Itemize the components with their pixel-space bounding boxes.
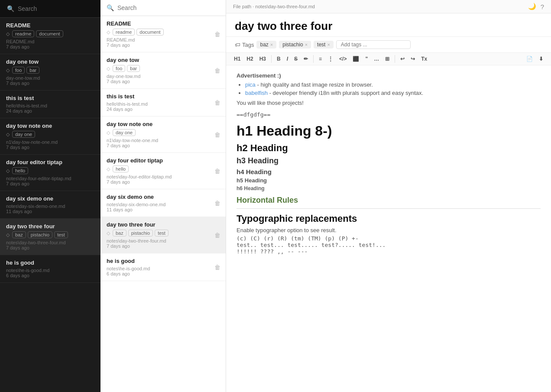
middle-item-path-6: notes\day-two-three-four.md — [107, 238, 220, 243]
sidebar-item-date-1: 7 days ago — [6, 81, 94, 86]
delete-button-7[interactable]: 🗑 — [214, 264, 220, 271]
toolbar-strikethrough[interactable]: S — [292, 55, 300, 63]
h3-heading: h3 Heading — [237, 156, 541, 165]
delete-button-4[interactable]: 🗑 — [214, 168, 220, 175]
add-tag-input[interactable] — [336, 40, 411, 49]
editor-tag-remove-1[interactable]: × — [305, 42, 308, 47]
delete-button-6[interactable]: 🗑 — [214, 232, 220, 239]
tag-badge-3: day one — [12, 131, 35, 138]
delete-button-2[interactable]: 🗑 — [214, 99, 220, 106]
toolbar-file-export[interactable]: 📄 — [524, 55, 535, 63]
middle-tag-icon-4: ◇ — [107, 166, 110, 172]
middle-tag-badge-3: day one — [113, 129, 136, 136]
editor-tag-remove-0[interactable]: × — [270, 42, 273, 47]
sidebar-item-path-4: notes\day-four-editor-tiptap.md — [6, 176, 94, 181]
middle-item-2[interactable]: this is test hello\this-is-test.md 24 da… — [100, 89, 226, 117]
delete-button-3[interactable]: 🗑 — [214, 131, 220, 138]
sidebar-item-tags-1: ◇ foobar — [6, 67, 94, 74]
tags-label: 🏷 Tags — [235, 42, 254, 48]
sidebar-item-2[interactable]: this is test hello\this-is-test.md 24 da… — [0, 91, 100, 118]
pica-link[interactable]: pica — [245, 81, 256, 88]
editor-filepath: File path · notes\day-two-three-four.md — [233, 4, 315, 9]
toolbar-blockquote[interactable]: " — [363, 55, 370, 63]
toolbar-table[interactable]: ⊞ — [382, 55, 392, 63]
middle-item-path-2: hello\this-is-test.md — [107, 101, 220, 107]
editor-title[interactable]: day two three four — [235, 19, 542, 33]
sidebar-item-7[interactable]: he is good notes\he-is-good.md 6 days ag… — [0, 255, 100, 283]
sidebar-item-6[interactable]: day two three four ◇ bazpistachiotest no… — [0, 219, 100, 255]
toolbar-more[interactable]: … — [371, 55, 382, 63]
toolbar-code-block[interactable]: ⬛ — [350, 55, 362, 63]
babelfish-link[interactable]: babelfish — [245, 90, 268, 96]
tag-icon-6: ◇ — [6, 232, 10, 238]
editor-content[interactable]: Advertisement :) pica - high quality and… — [226, 65, 551, 392]
toolbar-h1[interactable]: H1 — [231, 55, 243, 63]
tag-badge-1: bar — [26, 67, 39, 74]
toolbar-clear-format[interactable]: Tx — [418, 55, 430, 63]
delete-button-1[interactable]: 🗑 — [214, 67, 220, 74]
advertisement-block: Advertisement :) pica - high quality and… — [237, 72, 541, 106]
sidebar-item-3[interactable]: day tow note one ◇ day one n1\day-tow-no… — [0, 118, 100, 155]
middle-item-1[interactable]: day one tow ◇ foobar day-one-tow.md 7 da… — [100, 52, 226, 89]
sidebar-item-5[interactable]: day six demo one notes\day-six-demo-one.… — [0, 191, 100, 219]
middle-search-bar[interactable]: 🔍 — [100, 0, 226, 16]
middle-item-0[interactable]: README ◇ readmedocument README.md 7 days… — [100, 16, 226, 52]
sidebar-item-date-7: 6 days ago — [6, 273, 94, 278]
editor-tag-label-2: test — [317, 42, 325, 48]
middle-item-title-4: day four editor tiptap — [107, 157, 220, 164]
sidebar-item-title-7: he is good — [6, 259, 94, 266]
middle-tag-badge-6: pistachio — [128, 230, 153, 236]
toolbar-highlight[interactable]: ✏ — [301, 55, 311, 63]
sidebar-search-bar[interactable]: 🔍 — [0, 0, 100, 18]
tag-icon-3: ◇ — [6, 132, 10, 137]
middle-item-date-3: 7 days ago — [107, 143, 220, 148]
toolbar-bullet-list[interactable]: ≡ — [316, 55, 324, 63]
dark-mode-toggle[interactable]: 🌙 — [528, 3, 536, 10]
toolbar-divider-3 — [395, 55, 395, 63]
middle-item-tags-6: ◇ bazpistachiotest — [107, 230, 220, 236]
sidebar-item-tags-6: ◇ bazpistachiotest — [6, 231, 94, 238]
tag-badge-6: baz — [12, 231, 26, 238]
sidebar-item-1[interactable]: day one tow ◇ foobar day-one-tow.md 7 da… — [0, 54, 100, 91]
tag-badge-6: test — [54, 231, 68, 238]
toolbar-bold[interactable]: B — [274, 55, 283, 63]
editor-toolbar: H1 H2 H3 B I S ✏ ≡ ⋮ </> ⬛ " … ⊞ ↩ ↪ Tx … — [226, 53, 551, 65]
middle-item-title-1: day one tow — [107, 57, 220, 63]
delete-button-0[interactable]: 🗑 — [214, 31, 220, 38]
middle-item-3[interactable]: day tow note one ◇ day one n1\day-tow-no… — [100, 117, 226, 153]
sidebar-item-title-3: day tow note one — [6, 123, 94, 129]
sidebar-item-0[interactable]: README ◇ readmedocument README.md 7 days… — [0, 18, 100, 54]
help-button[interactable]: ? — [541, 3, 544, 10]
sidebar-item-path-0: README.md — [6, 39, 94, 44]
hr-divider — [237, 208, 541, 209]
middle-tag-badge-4: hello — [113, 165, 129, 172]
editor-tags-container: baz × pistachio × test × — [256, 41, 333, 49]
middle-item-date-6: 7 days ago — [107, 243, 220, 249]
toolbar-download[interactable]: ⬇ — [536, 55, 546, 63]
toolbar-h3[interactable]: H3 — [257, 55, 269, 63]
sidebar-item-4[interactable]: day four editor tiptap ◇ hello notes\day… — [0, 155, 100, 191]
editor-tag-remove-2[interactable]: × — [327, 42, 330, 47]
editor-tags-row: 🏷 Tags baz × pistachio × test × — [226, 37, 551, 53]
toolbar-italic[interactable]: I — [284, 55, 291, 63]
middle-item-5[interactable]: day six demo one notes\day-six-demo-one.… — [100, 189, 226, 217]
middle-search-icon: 🔍 — [107, 4, 114, 11]
toolbar-code[interactable]: </> — [337, 55, 349, 63]
toolbar-h2[interactable]: H2 — [244, 55, 256, 63]
sidebar-item-title-1: day one tow — [6, 58, 94, 65]
sidebar-search-input[interactable] — [18, 5, 94, 12]
sidebar-item-path-7: notes\he-is-good.md — [6, 268, 94, 273]
toolbar-redo[interactable]: ↪ — [408, 55, 418, 63]
middle-items-list: README ◇ readmedocument README.md 7 days… — [100, 16, 226, 281]
middle-item-tags-3: ◇ day one — [107, 129, 220, 136]
middle-item-6[interactable]: day two three four ◇ bazpistachiotest no… — [100, 217, 226, 253]
delete-button-5[interactable]: 🗑 — [214, 200, 220, 207]
pica-desc: - high quality and fast image resize in … — [257, 81, 373, 88]
middle-tag-badge-1: bar — [127, 65, 140, 72]
middle-item-7[interactable]: he is good notes\he-is-good.md 6 days ag… — [100, 253, 226, 281]
tag-badge-1: foo — [12, 67, 25, 74]
toolbar-ordered-list[interactable]: ⋮ — [325, 55, 336, 63]
middle-item-4[interactable]: day four editor tiptap ◇ hello notes\day… — [100, 153, 226, 189]
middle-search-input[interactable] — [117, 4, 220, 11]
toolbar-undo[interactable]: ↩ — [398, 55, 407, 63]
